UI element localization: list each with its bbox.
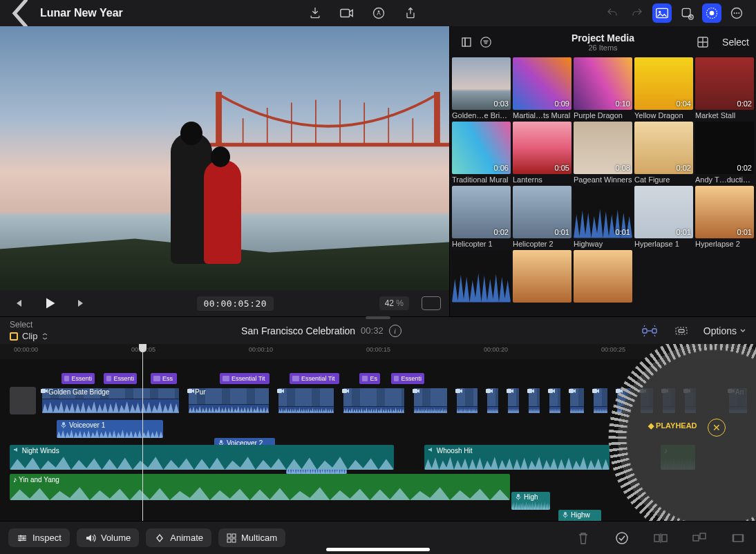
magnetic-button[interactable]: [640, 321, 659, 341]
snapping-button[interactable]: [672, 321, 691, 341]
media-clip[interactable]: 0:10Purple Dragon: [574, 57, 632, 120]
media-browser-button[interactable]: [652, 3, 672, 23]
video-clip[interactable]: [504, 387, 522, 414]
timeline-header: Select Clip San Francisco Celebration 00…: [0, 316, 756, 344]
live-drawing-button[interactable]: [702, 3, 721, 23]
gap-clip[interactable]: [10, 387, 36, 414]
video-clip[interactable]: [525, 387, 543, 414]
media-clip[interactable]: 0:02Andy T…ductions: [695, 122, 754, 184]
video-clip[interactable]: [681, 387, 699, 414]
audio-clip[interactable]: Night Winds: [10, 445, 394, 470]
camera-button[interactable]: [337, 3, 357, 23]
media-clip[interactable]: [452, 250, 511, 304]
share-button[interactable]: [401, 3, 420, 23]
animate-button[interactable]: Animate: [146, 528, 211, 547]
redo-button[interactable]: [627, 3, 647, 23]
media-clip[interactable]: 0:02Helicopter 1: [452, 186, 511, 248]
import-button[interactable]: [305, 3, 325, 23]
svg-point-11: [734, 12, 735, 14]
video-clip[interactable]: Pur: [185, 387, 272, 414]
connect-button[interactable]: [690, 528, 709, 548]
media-clip[interactable]: 0:01Highway: [574, 186, 632, 248]
svg-rect-39: [62, 422, 65, 426]
title-clip[interactable]: Essenti: [391, 373, 424, 384]
media-clip[interactable]: 0:06Traditional Mural: [452, 122, 511, 184]
video-clip[interactable]: [567, 387, 587, 414]
more-button[interactable]: [727, 3, 746, 23]
trim-button[interactable]: [728, 528, 748, 548]
voiceover-clip[interactable]: Voiceover 1: [57, 420, 163, 438]
video-clip[interactable]: [484, 387, 502, 414]
media-clip[interactable]: 0:04Yellow Dragon: [634, 57, 693, 120]
title-clip[interactable]: Essenti: [104, 373, 137, 384]
jog-close-button[interactable]: ✕: [708, 419, 726, 437]
grid-view-button[interactable]: [693, 32, 712, 52]
video-clip[interactable]: [546, 387, 564, 414]
timecode-display[interactable]: 00:00:05:20: [197, 296, 274, 311]
multicam-button[interactable]: Multicam: [218, 528, 285, 547]
playhead[interactable]: [142, 344, 143, 521]
audio-clip[interactable]: ♪: [661, 445, 695, 470]
viewer-panel: 00:00:05:20 42 %: [0, 26, 449, 316]
video-clip[interactable]: [614, 387, 634, 414]
svg-rect-31: [548, 389, 553, 393]
split-button[interactable]: [651, 528, 670, 548]
media-clip[interactable]: 0:09Martial…ts Mural: [513, 57, 571, 120]
title-clip[interactable]: Es: [359, 373, 380, 384]
timeline[interactable]: 00:00:0000:00:0500:00:1000:00:1500:00:20…: [0, 344, 756, 521]
audio-clip[interactable]: Whoosh Hit: [424, 445, 609, 470]
media-clip[interactable]: 0:01Hyperlapse 2: [695, 186, 754, 248]
timeline-duration: 00:32: [361, 325, 384, 336]
clip-mode-selector[interactable]: Clip: [10, 331, 48, 341]
info-button[interactable]: i: [389, 325, 401, 337]
video-clip[interactable]: [453, 387, 481, 414]
back-button[interactable]: [10, 3, 29, 23]
delete-button[interactable]: [574, 528, 593, 548]
media-clip[interactable]: 0:01Helicopter 2: [513, 186, 571, 248]
video-clip[interactable]: [340, 387, 408, 414]
voiceover-button[interactable]: A: [369, 3, 388, 23]
media-clip[interactable]: 0:02Market Stall: [695, 57, 754, 120]
media-clip[interactable]: 0:03Golden…e Bridge: [452, 57, 511, 120]
video-clip[interactable]: Golden Gate Bridge: [39, 387, 182, 414]
title-clip[interactable]: Ess: [151, 373, 177, 384]
media-clip[interactable]: 0:08Pageant Winners: [574, 122, 632, 184]
video-clip[interactable]: [590, 387, 611, 414]
video-clip[interactable]: An: [726, 387, 750, 414]
media-clip[interactable]: [574, 250, 632, 304]
media-clip[interactable]: 0:02Cat Figure: [634, 122, 693, 184]
media-clip[interactable]: [513, 250, 571, 304]
prev-frame-button[interactable]: [8, 294, 28, 313]
zoom-display[interactable]: 42 %: [379, 296, 409, 310]
display-options-button[interactable]: [422, 296, 441, 310]
timeline-ruler[interactable]: 00:00:0000:00:0500:00:1000:00:1500:00:20…: [0, 344, 756, 359]
media-select-button[interactable]: Select: [722, 37, 749, 48]
svg-rect-49: [232, 534, 236, 537]
media-clip[interactable]: 0:05Lanterns: [513, 122, 571, 184]
undo-button[interactable]: [603, 3, 622, 23]
inspect-button[interactable]: Inspect: [8, 528, 70, 547]
resize-grip[interactable]: [366, 316, 390, 319]
content-browser-button[interactable]: [677, 3, 697, 23]
video-clip[interactable]: [275, 387, 337, 414]
project-title: Lunar New Year: [40, 7, 123, 19]
video-clip[interactable]: [410, 387, 451, 414]
next-frame-button[interactable]: [72, 294, 91, 313]
title-clip[interactable]: Essential Tit: [220, 373, 270, 384]
title-clip[interactable]: Essential Tit: [290, 373, 339, 384]
timeline-options-button[interactable]: Options: [703, 325, 746, 336]
play-button[interactable]: [40, 294, 59, 313]
volume-button[interactable]: Volume: [77, 528, 139, 547]
sidebar-toggle-button[interactable]: [457, 32, 476, 52]
viewer-preview[interactable]: [0, 26, 449, 290]
video-clip[interactable]: [637, 387, 656, 414]
filter-button[interactable]: [476, 32, 495, 52]
voiceover-clip[interactable]: Highw: [558, 510, 601, 521]
svg-rect-19: [652, 329, 656, 333]
enable-disable-button[interactable]: [612, 528, 632, 548]
music-clip[interactable]: ♪ Yin and Yang: [10, 474, 510, 500]
svg-rect-0: [341, 10, 350, 17]
video-clip[interactable]: [659, 387, 679, 414]
media-clip[interactable]: 0:01Hyperlapse 1: [634, 186, 693, 248]
title-clip[interactable]: Essenti: [62, 373, 95, 384]
